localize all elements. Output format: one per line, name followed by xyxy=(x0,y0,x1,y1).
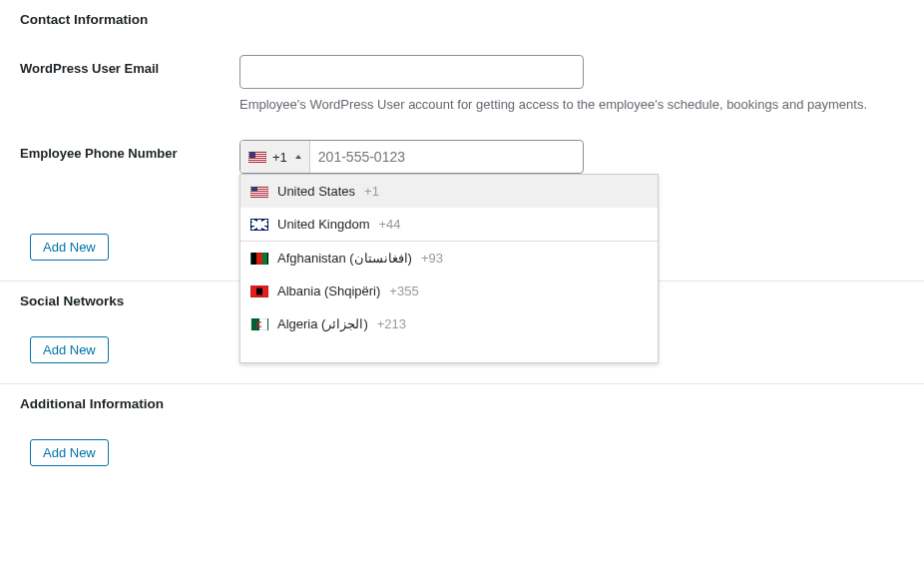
add-new-contact-button[interactable]: Add New xyxy=(30,234,109,261)
country-dropdown-list[interactable]: United States +1 United Kingdom +44 Afgh… xyxy=(240,175,658,362)
email-label: WordPress User Email xyxy=(20,55,239,76)
country-item-dz[interactable]: Algeria (الجزائر) +213 xyxy=(240,307,658,340)
af-flag-icon xyxy=(250,253,268,265)
add-new-additional-button[interactable]: Add New xyxy=(30,439,109,466)
contact-information-section: Contact Information WordPress User Email… xyxy=(0,0,924,282)
section-title-contact: Contact Information xyxy=(20,12,904,27)
email-field-row: WordPress User Email xyxy=(20,55,904,89)
al-flag-icon xyxy=(250,286,268,297)
selected-dial-code: +1 xyxy=(272,150,287,165)
country-dropdown: United States +1 United Kingdom +44 Afgh… xyxy=(239,174,659,363)
wordpress-email-input[interactable] xyxy=(239,55,584,89)
section-title-additional: Additional Information xyxy=(20,396,904,411)
uk-flag-icon xyxy=(250,219,268,231)
country-item-af[interactable]: Afghanistan (افغانستان) +93 xyxy=(240,242,658,275)
country-item-us[interactable]: United States +1 xyxy=(240,175,658,208)
phone-field-row: Employee Phone Number +1 201-555-0123 Un… xyxy=(20,140,904,174)
us-flag-icon xyxy=(248,151,266,163)
add-new-social-button[interactable]: Add New xyxy=(30,336,109,363)
phone-label: Employee Phone Number xyxy=(20,140,239,161)
country-item-uk[interactable]: United Kingdom +44 xyxy=(240,208,658,241)
email-description: Employee's WordPress User account for ge… xyxy=(239,97,904,112)
additional-information-section: Additional Information Add New xyxy=(0,384,924,486)
phone-input-wrapper: +1 201-555-0123 xyxy=(239,140,584,174)
country-selector-button[interactable]: +1 xyxy=(240,141,310,173)
caret-up-icon xyxy=(295,155,301,159)
phone-input[interactable]: 201-555-0123 xyxy=(310,149,413,165)
dz-flag-icon xyxy=(250,318,268,330)
country-item-al[interactable]: Albania (Shqipëri) +355 xyxy=(240,275,658,307)
us-flag-icon xyxy=(250,186,268,198)
